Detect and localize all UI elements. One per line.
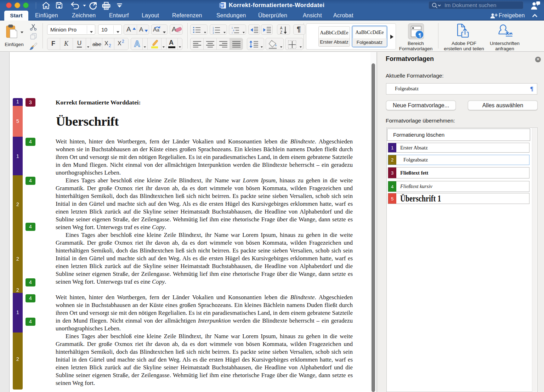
svg-text:¶: ¶ bbox=[418, 32, 421, 38]
svg-text:3: 3 bbox=[212, 32, 214, 34]
svg-text:1: 1 bbox=[232, 27, 233, 29]
svg-text:1: 1 bbox=[212, 27, 214, 29]
svg-text:A: A bbox=[280, 26, 283, 30]
svg-text:A: A bbox=[134, 40, 140, 48]
svg-text:Z: Z bbox=[280, 30, 282, 34]
svg-text:2: 2 bbox=[212, 29, 214, 32]
svg-text:W: W bbox=[220, 4, 224, 7]
svg-text:i: i bbox=[232, 32, 232, 34]
svg-text:a: a bbox=[233, 29, 234, 32]
